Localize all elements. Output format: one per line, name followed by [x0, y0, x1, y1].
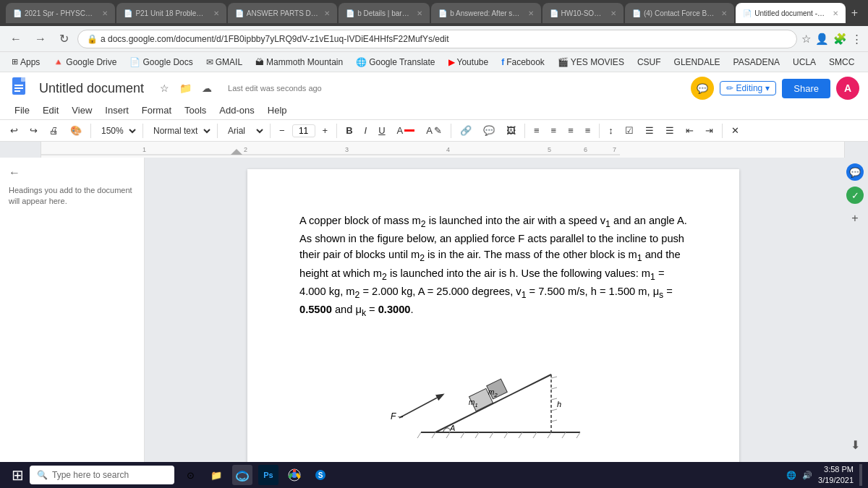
menu-edit[interactable]: Edit — [37, 103, 64, 118]
indent-increase-button[interactable]: ⇥ — [701, 123, 718, 138]
align-center-button[interactable]: ≡ — [547, 123, 561, 138]
style-selector[interactable]: Normal text Heading 1 — [148, 124, 213, 138]
align-justify-button[interactable]: ≡ — [581, 123, 595, 138]
reload-button[interactable]: ↻ — [55, 30, 73, 47]
menu-file[interactable]: File — [9, 103, 35, 118]
taskbar-edge[interactable] — [232, 465, 252, 485]
menu-help[interactable]: Help — [262, 103, 293, 118]
insert-comment-button[interactable]: 💬 — [479, 123, 499, 138]
clear-formatting-button[interactable]: ✕ — [727, 123, 744, 138]
highlight-color-button[interactable]: A ✎ — [422, 123, 446, 138]
share-button[interactable]: Share — [782, 79, 830, 98]
taskbar-chrome[interactable] — [284, 465, 305, 485]
bookmark-smcc[interactable]: SMCC — [823, 56, 860, 69]
tab-3-close[interactable]: ✕ — [324, 9, 330, 17]
paint-format-button[interactable]: 🎨 — [66, 123, 86, 138]
checklist-button[interactable]: ☑ — [621, 123, 638, 138]
bookmark-gdrive[interactable]: 🔺 Google Drive — [47, 56, 122, 69]
editing-mode-selector[interactable]: ✏ Editing ▾ — [720, 81, 777, 95]
doc-title[interactable]: Untitled document — [39, 81, 144, 96]
bookmark-glendale[interactable]: GLENDALE — [668, 56, 726, 69]
tab-2-close[interactable]: ✕ — [213, 9, 219, 17]
show-desktop-button[interactable] — [859, 464, 862, 486]
menu-format[interactable]: Format — [136, 103, 177, 118]
tab-2[interactable]: 📄 P21 Unit 18 Problem Exam ✕ — [116, 3, 226, 23]
image-button[interactable]: 🖼 — [502, 123, 520, 138]
font-size-decrease-button[interactable]: − — [275, 123, 289, 138]
bookmark-gdocs[interactable]: 📄 Google Docs — [124, 56, 198, 69]
taskbar-app-unknown[interactable]: S — [310, 465, 331, 485]
bookmark-ucla[interactable]: UCLA — [787, 56, 822, 69]
align-left-button[interactable]: ≡ — [529, 123, 544, 138]
tab-5-close[interactable]: ✕ — [528, 9, 534, 17]
font-size-input[interactable] — [292, 124, 315, 137]
extensions-icon[interactable]: 🧩 — [833, 33, 847, 46]
tab-5[interactable]: 📄 b Answered: After spending ✕ — [431, 3, 540, 23]
comments-icon[interactable]: 💬 — [691, 77, 714, 100]
tab-4-close[interactable]: ✕ — [417, 9, 422, 17]
scroll-to-bottom-icon[interactable]: ⬇ — [846, 436, 864, 453]
underline-button[interactable]: U — [374, 123, 389, 138]
insert-link-button[interactable]: 🔗 — [456, 123, 476, 138]
chat-icon[interactable]: 💬 — [846, 163, 864, 181]
bookmark-yesmovies[interactable]: 🎬 YES MOVIES — [552, 56, 630, 69]
taskbar-datetime[interactable]: 3:58 PM 3/19/2021 — [818, 464, 854, 487]
bookmark-translate[interactable]: 🌐 Google Translate — [350, 56, 441, 69]
bookmark-apps[interactable]: ⊞ Apps — [6, 56, 46, 69]
tab-7[interactable]: 📄 (4) Contact Force Between ✕ — [625, 3, 734, 23]
font-selector[interactable]: Arial — [222, 124, 265, 138]
bookmark-facebook[interactable]: f Facebook — [495, 56, 550, 69]
font-size-increase-button[interactable]: + — [318, 123, 333, 138]
tab-7-close[interactable]: ✕ — [721, 9, 727, 17]
back-arrow-icon[interactable]: ← — [9, 166, 20, 179]
tab-6[interactable]: 📄 HW10-SOL.pdf ✕ — [542, 3, 624, 23]
user-avatar[interactable]: A — [836, 77, 859, 100]
tab-8-close[interactable]: ✕ — [833, 9, 838, 17]
start-button[interactable]: ⊞ — [6, 465, 30, 485]
taskbar-volume-icon[interactable]: 🔊 — [802, 471, 812, 480]
taskbar-ps[interactable]: Ps — [258, 465, 278, 485]
menu-addons[interactable]: Add-ons — [213, 103, 260, 118]
move-to-folder-icon[interactable]: 📁 — [176, 81, 195, 95]
italic-button[interactable]: I — [360, 123, 372, 138]
bold-button[interactable]: B — [341, 123, 357, 138]
numbered-list-button[interactable]: ☰ — [661, 123, 678, 138]
print-button[interactable]: 🖨 — [45, 123, 63, 138]
forward-button[interactable]: → — [30, 31, 51, 47]
profile-icon[interactable]: 👤 — [815, 33, 829, 46]
taskbar-cortana[interactable]: ⊙ — [180, 465, 200, 485]
zoom-selector[interactable]: 150% 100% — [95, 124, 138, 138]
plus-icon[interactable]: + — [846, 210, 864, 227]
undo-button[interactable]: ↩ — [6, 123, 22, 138]
bookmark-star-icon[interactable]: ☆ — [801, 33, 811, 46]
tab-8[interactable]: 📄 Untitled document - Goog ✕ — [736, 3, 845, 23]
address-bar[interactable]: 🔒 a docs.google.com/document/d/1FB0ipbby… — [77, 30, 797, 48]
more-options-icon[interactable]: ⋮ — [851, 33, 862, 46]
taskbar-files[interactable]: 📁 — [206, 465, 226, 485]
bookmark-gmail[interactable]: ✉ GMAIL — [200, 56, 248, 69]
star-icon[interactable]: ☆ — [157, 81, 172, 95]
tab-4[interactable]: 📄 b Details | bartleby ✕ — [339, 3, 430, 23]
bookmark-pasadena[interactable]: PASADENA — [728, 56, 786, 69]
indent-decrease-button[interactable]: ⇤ — [681, 123, 698, 138]
line-spacing-button[interactable]: ↕ — [604, 123, 618, 138]
align-right-button[interactable]: ≡ — [563, 123, 578, 138]
new-tab-button[interactable]: + — [847, 7, 862, 20]
tab-3[interactable]: 📄 ANSWER PARTS D AND E C ✕ — [228, 3, 337, 23]
tab-1[interactable]: 📄 2021 Spr - PHYSCS 21 (3b: ✕ — [6, 3, 115, 23]
menu-view[interactable]: View — [66, 103, 98, 118]
taskbar-network-icon[interactable]: 🌐 — [786, 471, 796, 480]
taskbar-search-box[interactable]: 🔍 Type here to search — [30, 466, 174, 484]
tab-6-close[interactable]: ✕ — [610, 9, 616, 17]
menu-insert[interactable]: Insert — [99, 103, 135, 118]
cloud-status-icon[interactable]: ☁ — [199, 81, 215, 95]
bookmark-mammoth[interactable]: 🏔 Mammoth Mountain — [250, 56, 349, 69]
bullet-list-button[interactable]: ☰ — [641, 123, 658, 138]
tab-1-close[interactable]: ✕ — [102, 9, 108, 17]
doc-scroll-area[interactable]: A copper block of mass m2 is launched in… — [145, 158, 842, 488]
checkmark-icon[interactable]: ✓ — [846, 187, 864, 204]
font-color-button[interactable]: A — [393, 123, 420, 138]
bookmark-youtube[interactable]: ▶ Youtube — [443, 56, 495, 69]
back-button[interactable]: ← — [6, 31, 26, 47]
menu-tools[interactable]: Tools — [179, 103, 212, 118]
